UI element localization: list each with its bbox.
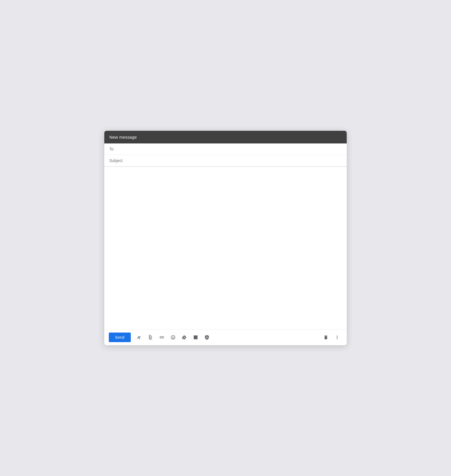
delete-icon[interactable]	[321, 332, 331, 342]
subject-input[interactable]	[126, 158, 342, 163]
compose-toolbar: Send	[104, 329, 347, 345]
to-field-row: To	[104, 143, 347, 155]
compose-title: New message	[109, 135, 137, 140]
compose-fields: To Subject	[104, 143, 347, 167]
link-icon[interactable]	[157, 332, 167, 342]
send-button[interactable]: Send	[109, 333, 131, 342]
subject-label: Subject	[109, 158, 126, 163]
insert-photo-icon[interactable]	[191, 332, 201, 342]
confidential-icon[interactable]	[202, 332, 212, 342]
compose-window: New message To Subject Send	[104, 131, 347, 345]
body-textarea[interactable]	[109, 171, 342, 324]
to-input[interactable]	[126, 147, 342, 151]
google-drive-icon[interactable]	[179, 332, 189, 342]
toolbar-right	[321, 332, 342, 342]
more-options-icon[interactable]	[332, 332, 342, 342]
subject-field-row: Subject	[104, 155, 347, 167]
compose-header: New message	[104, 131, 347, 143]
emoji-icon[interactable]	[168, 332, 178, 342]
text-formatting-icon[interactable]	[134, 332, 144, 342]
attach-icon[interactable]	[145, 332, 156, 342]
to-label: To	[109, 147, 126, 151]
compose-body	[104, 167, 347, 329]
